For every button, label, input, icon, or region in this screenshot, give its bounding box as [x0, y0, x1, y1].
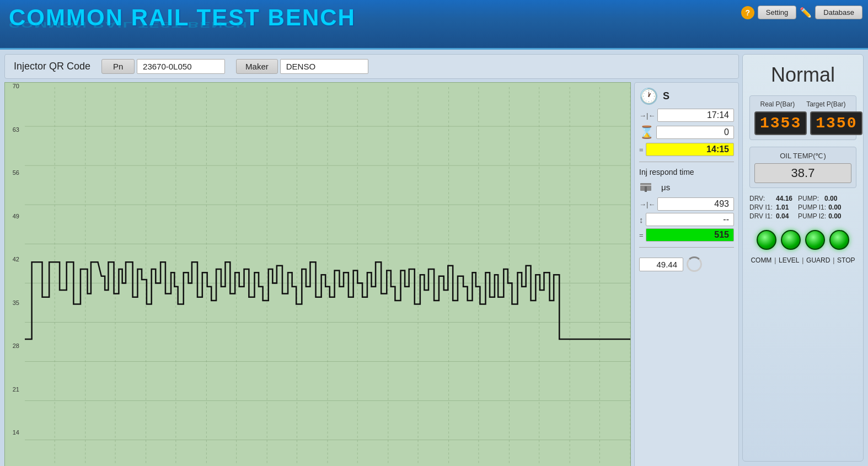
drv-pump-section: DRV: 44.16 PUMP: 0.00 DRV I1: 1.01 PUMP … [749, 195, 856, 221]
chart-container: 70 63 56 49 42 35 28 21 14 7 [4, 82, 631, 466]
injector-icon [639, 179, 659, 195]
oil-temp-label: OIL TEMP(℃) [754, 152, 851, 160]
maker-group: Maker DENSO [236, 59, 368, 74]
respond-value: 493 [657, 197, 734, 211]
respond-arrow: →|← [639, 200, 655, 208]
s-label: S [663, 90, 669, 102]
level-led [781, 230, 801, 250]
indicators-row [757, 230, 849, 250]
hourglass-icon: ⌛ [639, 125, 654, 140]
s-section: 🕐 S [639, 87, 734, 105]
injector-bar: Injector QR Code Pn 23670-0L050 Maker DE… [4, 54, 739, 79]
stop-led [829, 230, 849, 250]
sep-1: | [774, 256, 776, 264]
respond-arrow-row: →|← 493 [639, 197, 734, 211]
left-panel: Injector QR Code Pn 23670-0L050 Maker DE… [4, 54, 739, 462]
status-text: Normal [771, 63, 835, 87]
drv-value-2: 0.04 [776, 212, 796, 220]
pn-label: Pn [101, 59, 135, 74]
pencil-icon[interactable]: ✏️ [800, 7, 812, 19]
comm-led [757, 230, 776, 250]
inj-respond-section: Inj respond time μs →|← 493 [639, 168, 734, 242]
yellow-time-row: = 14:15 [639, 143, 734, 156]
pump-value-2: 0.00 [828, 212, 848, 220]
pump-label-2: PUMP I2: [798, 212, 826, 220]
guard-led [805, 230, 825, 250]
maker-label: Maker [236, 59, 278, 74]
respond-green-row: = 515 [639, 228, 734, 242]
inj-icon-row: μs [639, 179, 734, 195]
y-axis-labels: 70 63 56 49 42 35 28 21 14 7 [5, 83, 22, 466]
pressure-values: 1353 1350 [754, 111, 851, 135]
respond-updown-icon: ↕ [639, 215, 644, 224]
hourglass-row: ⌛ 0 [639, 125, 734, 140]
main-content: Injector QR Code Pn 23670-0L050 Maker DE… [0, 50, 868, 466]
pump-value-1: 0.00 [828, 203, 848, 211]
pressure-header: Real P(Bar) Target P(Bar) [754, 100, 851, 108]
drv-label-1: DRV I1: [749, 203, 774, 211]
pn-value[interactable]: 23670-0L050 [137, 59, 225, 74]
header: COMMON RAIL TEST BENCH COMMON RAIL TEST … [0, 0, 868, 50]
database-button[interactable]: Database [815, 6, 862, 19]
real-p-label: Real P(Bar) [760, 100, 795, 108]
drv-label-0: DRV: [749, 195, 774, 202]
setting-button[interactable]: Setting [758, 6, 796, 19]
oil-temp-section: OIL TEMP(℃) 38.7 [749, 147, 856, 188]
pn-group: Pn 23670-0L050 [101, 59, 225, 74]
right-panel: Normal Real P(Bar) Target P(Bar) 1353 13… [742, 54, 864, 462]
respond-dash: -- [646, 213, 735, 226]
spinner [687, 256, 702, 272]
time-arrow-label: →|← [639, 111, 655, 120]
header-buttons: ? Setting ✏️ Database [741, 6, 862, 19]
indicator-labels-row: COMM | LEVEL | GUARD | STOP [749, 256, 856, 264]
drv-pump-row-1: DRV I1: 1.01 PUMP I1: 0.00 [749, 203, 856, 211]
stats-panel: 🕐 S →|← 17:14 ⌛ 0 = 14:15 [634, 82, 739, 466]
sep-3: | [833, 256, 834, 264]
time-zero: 0 [656, 126, 734, 139]
guard-label: GUARD [806, 256, 830, 264]
pump-value-0: 0.00 [824, 195, 844, 202]
target-p-label: Target P(Bar) [806, 100, 845, 108]
waveform-chart: 0 15 30 45 60 75 90 105 120 135 150 165 … [25, 87, 630, 466]
equal2: = [639, 231, 644, 239]
time-value: 17:14 [657, 109, 734, 122]
svg-rect-51 [645, 186, 647, 192]
equal-label: = [639, 146, 644, 154]
maker-value[interactable]: DENSO [280, 59, 368, 74]
clock-icon: 🕐 [639, 87, 658, 105]
target-p-display: 1350 [810, 111, 862, 135]
time-row-1: →|← 17:14 [639, 109, 734, 122]
drv-value-1: 1.01 [776, 203, 796, 211]
respond-updown-row: ↕ -- [639, 213, 734, 226]
comm-label: COMM [751, 256, 771, 264]
mu-label: μs [661, 183, 670, 192]
info-icon[interactable]: ? [741, 6, 754, 19]
stop-label: STOP [837, 256, 855, 264]
drv-value-0: 44.16 [776, 195, 796, 202]
level-label: LEVEL [779, 256, 799, 264]
drv-pump-row-2: DRV I1: 0.04 PUMP I2: 0.00 [749, 212, 856, 220]
sep-2: | [802, 256, 803, 264]
oil-temp-value: 38.7 [754, 163, 851, 183]
inj-respond-title: Inj respond time [639, 168, 734, 176]
app-title-reflection: COMMON RAIL TEST BENCH [9, 20, 859, 29]
respond-green: 515 [646, 228, 734, 242]
pump-label-1: PUMP I1: [798, 203, 826, 211]
drv-label-2: DRV I1: [749, 212, 774, 220]
pump-label-0: PUMP: [798, 195, 822, 202]
time-yellow: 14:15 [646, 143, 734, 156]
injector-qr-label: Injector QR Code [14, 61, 90, 72]
bottom-value: 49.44 [639, 258, 683, 271]
pressure-section: Real P(Bar) Target P(Bar) 1353 1350 [749, 95, 856, 140]
drv-pump-row-0: DRV: 44.16 PUMP: 0.00 [749, 195, 856, 202]
bottom-row: 49.44 [639, 256, 734, 272]
real-p-display: 1353 [754, 111, 807, 135]
